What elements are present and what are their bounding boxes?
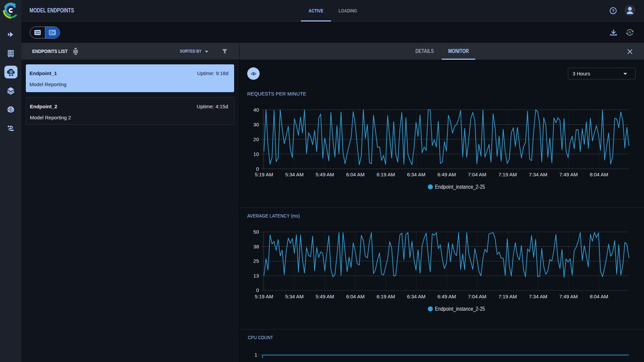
- svg-text:5:19 AM: 5:19 AM: [255, 172, 273, 177]
- svg-text:8:04 AM: 8:04 AM: [590, 172, 608, 177]
- svg-text:50: 50: [253, 229, 259, 235]
- svg-text:6:49 AM: 6:49 AM: [437, 172, 456, 177]
- svg-text:6:04 AM: 6:04 AM: [346, 172, 365, 177]
- svg-text:6:34 AM: 6:34 AM: [407, 172, 425, 177]
- svg-text:38: 38: [253, 244, 259, 249]
- svg-text:5:49 AM: 5:49 AM: [316, 294, 334, 299]
- svg-text:7:49 AM: 7:49 AM: [559, 172, 578, 177]
- svg-text:6:34 AM: 6:34 AM: [407, 294, 425, 299]
- svg-text:7:34 AM: 7:34 AM: [529, 294, 547, 299]
- svg-text:7:19 AM: 7:19 AM: [498, 294, 517, 299]
- svg-text:7:34 AM: 7:34 AM: [529, 172, 547, 177]
- svg-text:8:04 AM: 8:04 AM: [590, 294, 608, 299]
- svg-text:25: 25: [253, 258, 259, 264]
- svg-text:7:04 AM: 7:04 AM: [468, 172, 486, 177]
- svg-text:7:04 AM: 7:04 AM: [468, 294, 486, 299]
- svg-text:5:49 AM: 5:49 AM: [316, 172, 334, 177]
- svg-text:5:34 AM: 5:34 AM: [285, 172, 304, 177]
- svg-text:CPU COUNT: CPU COUNT: [248, 335, 273, 340]
- svg-text:Endpoint_instance_2-25: Endpoint_instance_2-25: [435, 184, 485, 190]
- svg-text:40: 40: [253, 107, 259, 113]
- svg-text:0: 0: [256, 166, 259, 172]
- svg-text:7:19 AM: 7:19 AM: [498, 172, 517, 177]
- svg-text:30: 30: [253, 122, 259, 127]
- svg-text:Endpoint_instance_2-25: Endpoint_instance_2-25: [435, 306, 485, 312]
- svg-text:REQUESTS PER MINUTE: REQUESTS PER MINUTE: [247, 91, 306, 97]
- svg-text:AVERAGE LATENCY (ms): AVERAGE LATENCY (ms): [247, 213, 300, 219]
- svg-text:?: ?: [612, 9, 614, 13]
- svg-text:13: 13: [253, 273, 259, 279]
- svg-text:6:49 AM: 6:49 AM: [437, 294, 456, 299]
- svg-text:6:04 AM: 6:04 AM: [346, 294, 365, 299]
- svg-text:5:19 AM: 5:19 AM: [255, 294, 273, 299]
- svg-text:7:49 AM: 7:49 AM: [559, 294, 578, 299]
- svg-text:10: 10: [253, 151, 259, 157]
- svg-text:20: 20: [253, 136, 259, 142]
- svg-text:1: 1: [255, 352, 257, 358]
- svg-text:5:34 AM: 5:34 AM: [285, 294, 304, 299]
- svg-text:6:19 AM: 6:19 AM: [377, 172, 395, 177]
- svg-text:0: 0: [256, 287, 259, 293]
- svg-text:6:19 AM: 6:19 AM: [377, 294, 395, 299]
